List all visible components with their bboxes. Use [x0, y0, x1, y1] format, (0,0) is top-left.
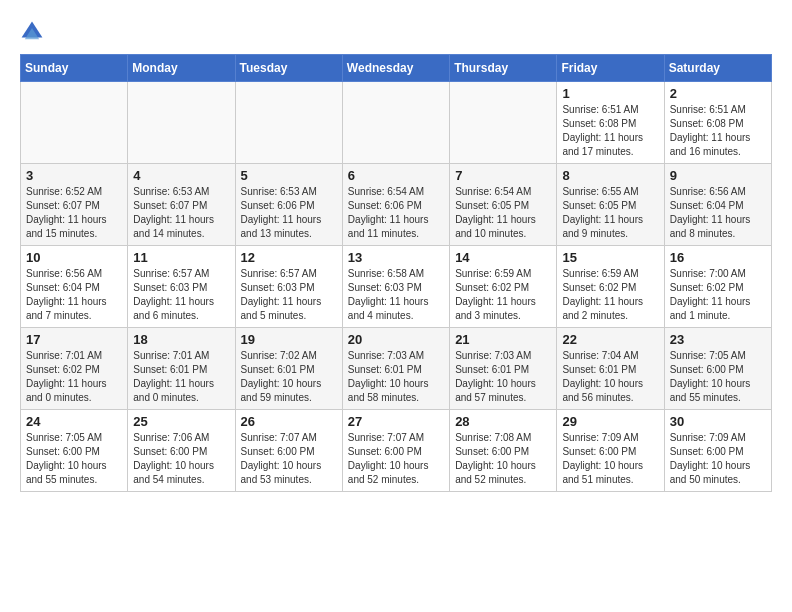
day-number: 24 [26, 414, 122, 429]
calendar-cell: 14Sunrise: 6:59 AM Sunset: 6:02 PM Dayli… [450, 246, 557, 328]
day-info: Sunrise: 7:05 AM Sunset: 6:00 PM Dayligh… [26, 431, 122, 487]
day-number: 10 [26, 250, 122, 265]
day-info: Sunrise: 7:03 AM Sunset: 6:01 PM Dayligh… [455, 349, 551, 405]
day-number: 28 [455, 414, 551, 429]
calendar-table: SundayMondayTuesdayWednesdayThursdayFrid… [20, 54, 772, 492]
logo [20, 20, 48, 44]
day-number: 13 [348, 250, 444, 265]
day-number: 29 [562, 414, 658, 429]
day-info: Sunrise: 6:53 AM Sunset: 6:06 PM Dayligh… [241, 185, 337, 241]
day-number: 26 [241, 414, 337, 429]
calendar-cell: 27Sunrise: 7:07 AM Sunset: 6:00 PM Dayli… [342, 410, 449, 492]
day-number: 1 [562, 86, 658, 101]
calendar-week-4: 17Sunrise: 7:01 AM Sunset: 6:02 PM Dayli… [21, 328, 772, 410]
logo-icon [20, 20, 44, 44]
day-number: 25 [133, 414, 229, 429]
calendar-cell: 26Sunrise: 7:07 AM Sunset: 6:00 PM Dayli… [235, 410, 342, 492]
calendar-cell [128, 82, 235, 164]
calendar-cell: 25Sunrise: 7:06 AM Sunset: 6:00 PM Dayli… [128, 410, 235, 492]
calendar-cell: 13Sunrise: 6:58 AM Sunset: 6:03 PM Dayli… [342, 246, 449, 328]
day-info: Sunrise: 7:06 AM Sunset: 6:00 PM Dayligh… [133, 431, 229, 487]
day-info: Sunrise: 6:52 AM Sunset: 6:07 PM Dayligh… [26, 185, 122, 241]
calendar-cell: 21Sunrise: 7:03 AM Sunset: 6:01 PM Dayli… [450, 328, 557, 410]
weekday-header-monday: Monday [128, 55, 235, 82]
day-info: Sunrise: 7:01 AM Sunset: 6:01 PM Dayligh… [133, 349, 229, 405]
calendar-cell [235, 82, 342, 164]
weekday-header-wednesday: Wednesday [342, 55, 449, 82]
calendar-cell: 23Sunrise: 7:05 AM Sunset: 6:00 PM Dayli… [664, 328, 771, 410]
calendar-cell: 11Sunrise: 6:57 AM Sunset: 6:03 PM Dayli… [128, 246, 235, 328]
calendar-cell: 16Sunrise: 7:00 AM Sunset: 6:02 PM Dayli… [664, 246, 771, 328]
calendar-cell: 19Sunrise: 7:02 AM Sunset: 6:01 PM Dayli… [235, 328, 342, 410]
day-info: Sunrise: 7:00 AM Sunset: 6:02 PM Dayligh… [670, 267, 766, 323]
weekday-header-friday: Friday [557, 55, 664, 82]
day-info: Sunrise: 7:07 AM Sunset: 6:00 PM Dayligh… [348, 431, 444, 487]
calendar-week-2: 3Sunrise: 6:52 AM Sunset: 6:07 PM Daylig… [21, 164, 772, 246]
day-number: 12 [241, 250, 337, 265]
day-info: Sunrise: 6:54 AM Sunset: 6:05 PM Dayligh… [455, 185, 551, 241]
day-info: Sunrise: 7:09 AM Sunset: 6:00 PM Dayligh… [670, 431, 766, 487]
day-info: Sunrise: 6:58 AM Sunset: 6:03 PM Dayligh… [348, 267, 444, 323]
day-info: Sunrise: 6:51 AM Sunset: 6:08 PM Dayligh… [670, 103, 766, 159]
calendar-cell: 24Sunrise: 7:05 AM Sunset: 6:00 PM Dayli… [21, 410, 128, 492]
day-number: 8 [562, 168, 658, 183]
calendar-cell: 10Sunrise: 6:56 AM Sunset: 6:04 PM Dayli… [21, 246, 128, 328]
day-info: Sunrise: 7:03 AM Sunset: 6:01 PM Dayligh… [348, 349, 444, 405]
day-info: Sunrise: 6:51 AM Sunset: 6:08 PM Dayligh… [562, 103, 658, 159]
day-info: Sunrise: 6:55 AM Sunset: 6:05 PM Dayligh… [562, 185, 658, 241]
weekday-header-sunday: Sunday [21, 55, 128, 82]
weekday-header-tuesday: Tuesday [235, 55, 342, 82]
calendar-cell: 17Sunrise: 7:01 AM Sunset: 6:02 PM Dayli… [21, 328, 128, 410]
day-number: 11 [133, 250, 229, 265]
day-number: 21 [455, 332, 551, 347]
calendar-cell: 28Sunrise: 7:08 AM Sunset: 6:00 PM Dayli… [450, 410, 557, 492]
calendar-cell: 9Sunrise: 6:56 AM Sunset: 6:04 PM Daylig… [664, 164, 771, 246]
day-number: 20 [348, 332, 444, 347]
day-info: Sunrise: 6:59 AM Sunset: 6:02 PM Dayligh… [455, 267, 551, 323]
day-info: Sunrise: 7:04 AM Sunset: 6:01 PM Dayligh… [562, 349, 658, 405]
day-info: Sunrise: 6:54 AM Sunset: 6:06 PM Dayligh… [348, 185, 444, 241]
calendar-cell: 22Sunrise: 7:04 AM Sunset: 6:01 PM Dayli… [557, 328, 664, 410]
day-number: 18 [133, 332, 229, 347]
day-number: 22 [562, 332, 658, 347]
weekday-header-row: SundayMondayTuesdayWednesdayThursdayFrid… [21, 55, 772, 82]
calendar-week-3: 10Sunrise: 6:56 AM Sunset: 6:04 PM Dayli… [21, 246, 772, 328]
day-number: 7 [455, 168, 551, 183]
day-number: 3 [26, 168, 122, 183]
calendar-cell [450, 82, 557, 164]
day-info: Sunrise: 7:02 AM Sunset: 6:01 PM Dayligh… [241, 349, 337, 405]
calendar-cell: 29Sunrise: 7:09 AM Sunset: 6:00 PM Dayli… [557, 410, 664, 492]
calendar-cell: 15Sunrise: 6:59 AM Sunset: 6:02 PM Dayli… [557, 246, 664, 328]
day-number: 17 [26, 332, 122, 347]
day-info: Sunrise: 7:01 AM Sunset: 6:02 PM Dayligh… [26, 349, 122, 405]
day-info: Sunrise: 6:59 AM Sunset: 6:02 PM Dayligh… [562, 267, 658, 323]
day-info: Sunrise: 6:56 AM Sunset: 6:04 PM Dayligh… [670, 185, 766, 241]
calendar-cell: 2Sunrise: 6:51 AM Sunset: 6:08 PM Daylig… [664, 82, 771, 164]
day-number: 2 [670, 86, 766, 101]
calendar-cell: 1Sunrise: 6:51 AM Sunset: 6:08 PM Daylig… [557, 82, 664, 164]
day-number: 23 [670, 332, 766, 347]
day-number: 14 [455, 250, 551, 265]
page-header [20, 20, 772, 44]
calendar-cell: 5Sunrise: 6:53 AM Sunset: 6:06 PM Daylig… [235, 164, 342, 246]
calendar-cell: 18Sunrise: 7:01 AM Sunset: 6:01 PM Dayli… [128, 328, 235, 410]
calendar-cell: 6Sunrise: 6:54 AM Sunset: 6:06 PM Daylig… [342, 164, 449, 246]
calendar-cell: 7Sunrise: 6:54 AM Sunset: 6:05 PM Daylig… [450, 164, 557, 246]
calendar-cell: 3Sunrise: 6:52 AM Sunset: 6:07 PM Daylig… [21, 164, 128, 246]
weekday-header-thursday: Thursday [450, 55, 557, 82]
calendar-week-1: 1Sunrise: 6:51 AM Sunset: 6:08 PM Daylig… [21, 82, 772, 164]
day-info: Sunrise: 7:09 AM Sunset: 6:00 PM Dayligh… [562, 431, 658, 487]
calendar-cell: 20Sunrise: 7:03 AM Sunset: 6:01 PM Dayli… [342, 328, 449, 410]
calendar-cell [21, 82, 128, 164]
day-number: 5 [241, 168, 337, 183]
day-info: Sunrise: 7:08 AM Sunset: 6:00 PM Dayligh… [455, 431, 551, 487]
calendar-cell [342, 82, 449, 164]
day-number: 27 [348, 414, 444, 429]
day-number: 30 [670, 414, 766, 429]
day-number: 15 [562, 250, 658, 265]
day-info: Sunrise: 7:05 AM Sunset: 6:00 PM Dayligh… [670, 349, 766, 405]
day-info: Sunrise: 7:07 AM Sunset: 6:00 PM Dayligh… [241, 431, 337, 487]
day-number: 16 [670, 250, 766, 265]
day-number: 4 [133, 168, 229, 183]
day-number: 6 [348, 168, 444, 183]
